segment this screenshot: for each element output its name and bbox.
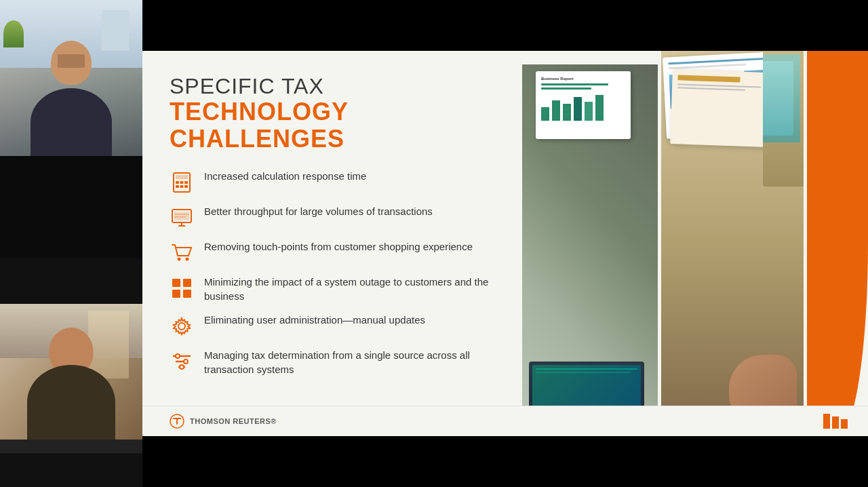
svg-rect-1 xyxy=(176,175,188,179)
bottom-black-bar xyxy=(142,436,868,487)
slide-title: SPECIFIC TAX TECHNOLOGY CHALLENGES xyxy=(170,75,502,152)
footer-bar-3 xyxy=(841,419,848,429)
slide-images-right: Business Report xyxy=(522,51,868,436)
svg-rect-7 xyxy=(184,185,188,188)
svg-rect-20 xyxy=(183,290,191,298)
svg-point-16 xyxy=(186,258,189,261)
sidebar-mid xyxy=(0,156,142,258)
tr-logo-icon xyxy=(170,414,184,429)
bullet-item-2: Better throughput for large volumes of t… xyxy=(170,204,502,230)
svg-point-25 xyxy=(176,354,180,358)
calculator-icon xyxy=(170,170,194,195)
sidebar-bottom-bar xyxy=(0,453,142,487)
bullet-text-3: Removing touch-points from customer shop… xyxy=(204,239,502,254)
svg-point-27 xyxy=(180,365,184,369)
svg-point-15 xyxy=(178,258,181,261)
title-line3: CHALLENGES xyxy=(170,125,502,153)
sidebar xyxy=(0,0,142,487)
video-feed-top xyxy=(0,0,142,156)
svg-rect-6 xyxy=(180,185,184,188)
footer-brand-mark xyxy=(823,414,848,429)
bullet-text-5: Eliminating user administration—manual u… xyxy=(204,313,502,327)
teal-paper-2 xyxy=(763,61,793,136)
footer-bar-2 xyxy=(832,416,839,429)
svg-rect-17 xyxy=(172,279,180,287)
thomson-reuters-logo: THOMSON REUTERS® xyxy=(170,414,277,429)
report-paper: Business Report xyxy=(536,71,631,139)
presentation-slide: SPECIFIC TAX TECHNOLOGY CHALLENGES xyxy=(142,51,868,436)
bullet-text-6: Managing tax determination from a single… xyxy=(204,348,502,376)
title-line1: SPECIFIC TAX xyxy=(170,75,502,98)
title-line2: TECHNOLOGY xyxy=(170,98,502,125)
slide-footer: THOMSON REUTERS® xyxy=(142,406,868,436)
slide-content-left: SPECIFIC TAX TECHNOLOGY CHALLENGES xyxy=(142,51,522,436)
gear-icon xyxy=(170,314,194,338)
bullet-item-4: Minimizing the impact of a system outage… xyxy=(170,275,502,303)
orange-accent-column xyxy=(807,51,868,436)
svg-point-26 xyxy=(184,359,188,364)
svg-rect-4 xyxy=(184,181,188,184)
svg-rect-2 xyxy=(176,181,179,184)
monitor-icon xyxy=(170,206,194,230)
bullet-item-5: Eliminating user administration—manual u… xyxy=(170,313,502,338)
svg-point-21 xyxy=(178,323,185,330)
footer-logo-text: THOMSON REUTERS® xyxy=(190,417,277,425)
bullet-item-6: Managing tax determination from a single… xyxy=(170,348,502,376)
image-col1: Business Report xyxy=(522,64,658,436)
svg-rect-5 xyxy=(176,185,179,188)
image-col2 xyxy=(661,51,804,436)
footer-bar-1 xyxy=(823,414,830,429)
bullet-text-2: Better throughput for large volumes of t… xyxy=(204,204,502,218)
bullet-list: Increased calculation response time Bet xyxy=(170,169,502,376)
bullet-item-1: Increased calculation response time xyxy=(170,169,502,195)
filter-icon xyxy=(170,349,194,374)
svg-rect-18 xyxy=(183,279,191,287)
top-black-bar xyxy=(142,0,868,51)
image-collage: Business Report xyxy=(522,51,868,436)
grid-icon xyxy=(170,276,194,300)
bullet-text-1: Increased calculation response time xyxy=(204,169,502,183)
svg-rect-3 xyxy=(180,181,184,184)
bullet-item-3: Removing touch-points from customer shop… xyxy=(170,239,502,265)
svg-rect-9 xyxy=(174,212,189,220)
cart-icon xyxy=(170,241,194,265)
svg-rect-19 xyxy=(172,290,180,298)
video-feed-bottom xyxy=(0,304,142,460)
bullet-text-4: Minimizing the impact of a system outage… xyxy=(204,275,502,303)
